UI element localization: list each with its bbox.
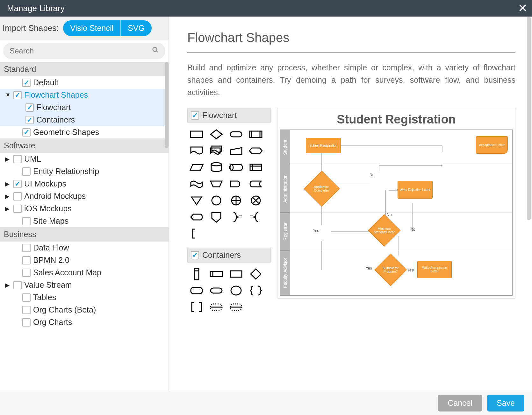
checkbox[interactable] [13, 192, 22, 200]
tree-item-tables[interactable]: ▶ Tables [0, 291, 169, 304]
shape-document-icon[interactable] [187, 143, 206, 158]
cancel-button[interactable]: Cancel [438, 395, 482, 411]
checkbox[interactable] [13, 205, 22, 213]
shape-multidoc-icon[interactable] [207, 143, 226, 158]
edge-yes: Yes [313, 229, 319, 233]
shape-container-rounded-icon[interactable] [187, 283, 206, 298]
checkbox[interactable] [22, 256, 31, 264]
search-box[interactable] [3, 43, 165, 59]
tree-item-sales-account-map[interactable]: ▶ Sales Account Map [0, 266, 169, 279]
expand-arrow-icon[interactable]: ▶ [5, 205, 11, 212]
shape-dashed-bottom-icon[interactable] [227, 299, 245, 315]
svg-marker-16 [211, 181, 222, 187]
shape-bracket-pair-icon[interactable] [187, 299, 206, 315]
shape-container-diamond-icon[interactable] [247, 266, 265, 282]
shape-database-icon[interactable] [207, 160, 226, 175]
checkbox[interactable] [13, 281, 22, 289]
group-header-flowchart[interactable]: Flowchart [187, 108, 271, 123]
tree-item-containers[interactable]: Containers [0, 114, 169, 126]
shape-dashed-top-icon[interactable] [207, 299, 226, 315]
tree-item-ui-mockups[interactable]: ▶ UI Mockups [0, 178, 169, 190]
shape-container-pill-icon[interactable] [207, 283, 226, 298]
shape-data-icon[interactable] [187, 160, 206, 175]
checkbox[interactable] [22, 293, 31, 302]
shape-summing-icon[interactable] [247, 193, 265, 208]
shape-swimlane-h-icon[interactable] [207, 266, 226, 282]
shape-tree[interactable]: Standard ▶ Default ▼ Flowchart Shapes Fl… [0, 62, 169, 391]
shape-stored-data-icon[interactable] [247, 176, 265, 192]
svg-button[interactable]: SVG [121, 20, 152, 36]
tree-item-ios-mockups[interactable]: ▶ iOS Mockups [0, 202, 169, 215]
svg-marker-10 [190, 165, 203, 170]
tree-item-data-flow[interactable]: ▶ Data Flow [0, 242, 169, 254]
search-input[interactable] [10, 46, 152, 55]
tree-item-geometric[interactable]: ▶ Geometric Shapes [0, 126, 169, 138]
shape-direct-data-icon[interactable] [227, 160, 245, 175]
tree-item-flowchart[interactable]: Flowchart [0, 101, 169, 114]
expand-arrow-icon[interactable]: ▶ [5, 156, 11, 163]
tree-item-default[interactable]: ▶ Default [0, 76, 169, 89]
shape-display-icon[interactable] [187, 209, 206, 225]
containers-shape-grid [187, 266, 271, 315]
tree-item-site-maps[interactable]: ▶ Site Maps [0, 215, 169, 227]
shape-internal-storage-icon[interactable] [247, 160, 265, 175]
shape-paper-tape-icon[interactable] [187, 176, 206, 192]
checkbox[interactable] [22, 269, 31, 277]
expand-arrow-icon[interactable]: ▼ [5, 92, 11, 98]
shape-or-icon[interactable] [227, 193, 245, 208]
save-button[interactable]: Save [487, 395, 524, 411]
checkbox[interactable] [13, 180, 22, 188]
shape-decision-icon[interactable] [207, 127, 226, 142]
shape-bracket-icon[interactable] [187, 226, 206, 241]
expand-arrow-icon[interactable]: ▶ [5, 180, 11, 187]
shape-container-rect-icon[interactable] [227, 266, 245, 282]
shape-connector-icon[interactable] [207, 193, 226, 208]
shape-brace-pair-icon[interactable] [247, 283, 265, 298]
shape-brace-left-icon[interactable] [247, 209, 265, 225]
checkbox[interactable] [22, 217, 31, 225]
checkbox[interactable] [191, 111, 199, 120]
checkbox[interactable] [191, 251, 199, 259]
category-business: Business [0, 227, 169, 242]
checkbox[interactable] [22, 167, 31, 176]
tree-item-entity-relationship[interactable]: ▶ Entity Relationship [0, 165, 169, 178]
shape-swimlane-v-icon[interactable] [187, 266, 206, 282]
checkbox[interactable] [22, 318, 31, 327]
checkbox[interactable] [22, 79, 31, 87]
shape-brace-right-icon[interactable] [227, 209, 245, 225]
shape-process-icon[interactable] [187, 127, 206, 142]
checkbox[interactable] [13, 155, 22, 163]
tree-item-bpmn[interactable]: ▶ BPMN 2.0 [0, 254, 169, 266]
tree-item-uml[interactable]: ▶ UML [0, 153, 169, 165]
shape-preparation-icon[interactable] [247, 143, 265, 158]
scrollbar-thumb[interactable] [165, 62, 169, 148]
scrollbar-thumb[interactable] [527, 17, 531, 220]
tree-item-flowchart-shapes[interactable]: ▼ Flowchart Shapes [0, 89, 169, 101]
checkbox[interactable] [25, 116, 34, 124]
expand-arrow-icon[interactable]: ▶ [5, 193, 11, 200]
shape-manual-input-icon[interactable] [227, 143, 245, 158]
shape-merge-icon[interactable] [187, 193, 206, 208]
tree-item-org-charts[interactable]: ▶ Org Charts [0, 316, 169, 328]
shape-offpage-icon[interactable] [207, 209, 226, 225]
shape-manual-operation-icon[interactable] [207, 176, 226, 192]
group-header-containers[interactable]: Containers [187, 248, 271, 263]
checkbox[interactable] [22, 244, 31, 252]
import-label: Import Shapes: [3, 23, 59, 33]
checkbox[interactable] [13, 91, 22, 99]
shape-container-circle-icon[interactable] [227, 283, 245, 298]
shape-terminator-icon[interactable] [227, 127, 245, 142]
node-rejection: Write Rejection Letter [398, 181, 433, 199]
expand-arrow-icon[interactable]: ▶ [5, 282, 11, 289]
lane-faculty-advisor: Faculty Advisor [280, 251, 290, 295]
shape-predefined-icon[interactable] [247, 127, 265, 142]
close-icon[interactable]: ✕ [518, 3, 528, 14]
checkbox[interactable] [22, 306, 31, 314]
tree-item-org-charts-beta[interactable]: ▶ Org Charts (Beta) [0, 304, 169, 316]
checkbox[interactable] [25, 103, 34, 112]
shape-delay-icon[interactable] [227, 176, 245, 192]
checkbox[interactable] [22, 128, 31, 137]
tree-item-value-stream[interactable]: ▶ Value Stream [0, 279, 169, 291]
visio-stencil-button[interactable]: Visio Stencil [63, 20, 121, 36]
tree-item-android-mockups[interactable]: ▶ Android Mockups [0, 190, 169, 202]
